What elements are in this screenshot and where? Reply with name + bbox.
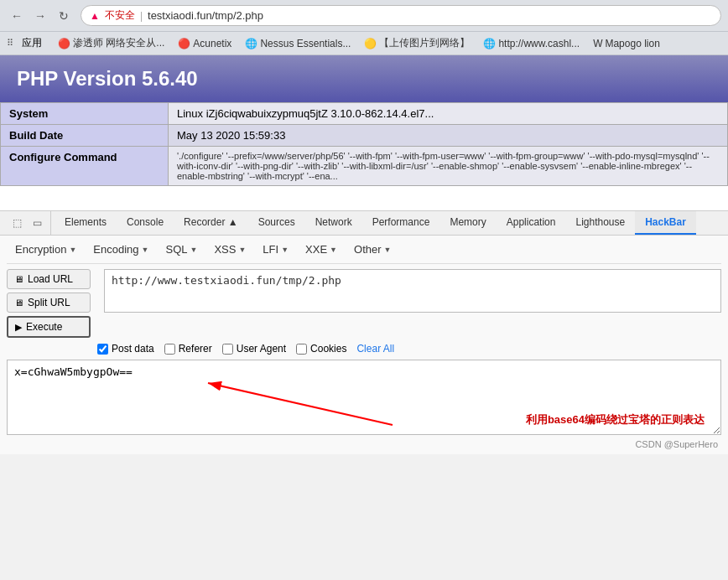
tab-network[interactable]: Network	[305, 211, 362, 235]
xxe-dropdown-arrow: ▼	[330, 246, 337, 254]
menu-lfi-label: LFI	[263, 243, 278, 256]
menu-encryption-label: Encryption	[15, 243, 66, 256]
address-bar[interactable]: ▲ 不安全 | testxiaodi.fun/tmp/2.php	[81, 5, 721, 26]
post-data-checkbox[interactable]	[97, 344, 108, 355]
nav-buttons: ← → ↻	[7, 6, 74, 26]
table-cell-value: May 13 2020 15:59:33	[169, 125, 728, 147]
bookmark-icon-2: 🔴	[178, 38, 190, 49]
tab-memory[interactable]: Memory	[439, 211, 496, 235]
user-agent-option[interactable]: User Agent	[222, 343, 286, 355]
table-cell-label: Configure Command	[1, 147, 169, 186]
devtools-icon-group: ⬚ ▭	[3, 211, 51, 235]
bookmarks-bar: ⠿ 应用 🔴 渗透师 网络安全从... 🔴 Acunetix 🌐 Nessus …	[0, 32, 728, 55]
hackbar-menu: Encryption ▼ Encoding ▼ SQL ▼ XSS ▼ LFI …	[7, 241, 721, 264]
security-label: 不安全	[105, 8, 135, 23]
tab-hackbar[interactable]: HackBar	[635, 211, 696, 235]
xss-dropdown-arrow: ▼	[238, 246, 246, 254]
forward-button[interactable]: →	[30, 6, 50, 26]
bookmark-6[interactable]: W Mapogo lion	[589, 36, 664, 51]
execute-icon: ▶	[15, 322, 22, 333]
csdn-watermark: CSDN @SuperHero	[7, 439, 721, 449]
bookmark-icon-3: 🌐	[245, 38, 257, 49]
clear-all-link[interactable]: Clear All	[356, 343, 394, 355]
bookmark-1[interactable]: 🔴 渗透师 网络安全从...	[54, 34, 169, 52]
table-cell-label: System	[1, 103, 169, 125]
referer-label: Referer	[179, 343, 212, 355]
encryption-dropdown-arrow: ▼	[69, 246, 76, 254]
back-button[interactable]: ←	[7, 6, 27, 26]
table-cell-label: Build Date	[1, 125, 169, 147]
tab-sources[interactable]: Sources	[248, 211, 305, 235]
devtools-tabs: ⬚ ▭ Elements Console Recorder ▲ Sources …	[0, 211, 728, 236]
load-url-button[interactable]: 🖥 Load URL	[7, 269, 91, 289]
load-url-icon: 🖥	[14, 274, 23, 284]
inspect-element-icon[interactable]: ⬚	[8, 215, 25, 231]
cookies-checkbox[interactable]	[296, 344, 307, 355]
tab-application[interactable]: Application	[497, 211, 566, 235]
menu-lfi[interactable]: LFI ▼	[254, 241, 297, 258]
cookies-option[interactable]: Cookies	[296, 343, 346, 355]
table-row: Build Date May 13 2020 15:59:33	[1, 125, 728, 147]
tab-console[interactable]: Console	[117, 211, 174, 235]
table-cell-value: Linux iZj6ciqwabuixzypmuq5jtZ 3.10.0-862…	[169, 103, 728, 125]
apps-label[interactable]: 应用	[22, 36, 42, 50]
bookmark-2[interactable]: 🔴 Acunetix	[174, 36, 236, 51]
bookmark-5[interactable]: 🌐 http://www.cashl...	[479, 36, 584, 51]
hackbar-left-buttons: 🖥 Load URL 🖥 Split URL ▶ Execute	[7, 269, 97, 338]
bookmark-3[interactable]: 🌐 Nessus Essentials...	[241, 36, 355, 51]
table-cell-value: './configure' '--prefix=/www/server/php/…	[169, 147, 728, 186]
php-version-title: PHP Version 5.6.40	[17, 67, 198, 90]
tab-lighthouse[interactable]: Lighthouse	[565, 211, 635, 235]
referer-checkbox[interactable]	[164, 344, 175, 355]
hackbar-actions-row: 🖥 Load URL 🖥 Split URL ▶ Execute	[7, 269, 721, 338]
sql-dropdown-arrow: ▼	[190, 246, 198, 254]
bookmark-icon-1: 🔴	[58, 38, 70, 49]
menu-encoding-label: Encoding	[93, 243, 138, 256]
hackbar-url-area	[104, 269, 721, 338]
user-agent-label: User Agent	[237, 343, 286, 355]
user-agent-checkbox[interactable]	[222, 344, 233, 355]
devtools-panel: ⬚ ▭ Elements Console Recorder ▲ Sources …	[0, 210, 728, 454]
menu-sql[interactable]: SQL ▼	[157, 241, 205, 258]
url-input[interactable]	[104, 269, 721, 313]
other-dropdown-arrow: ▼	[384, 246, 392, 254]
menu-encoding[interactable]: Encoding ▼	[85, 241, 157, 258]
post-data-option[interactable]: Post data	[97, 343, 154, 355]
cookies-label: Cookies	[310, 343, 346, 355]
tab-elements[interactable]: Elements	[55, 211, 117, 235]
browser-toolbar: ← → ↻ ▲ 不安全 | testxiaodi.fun/tmp/2.php	[0, 0, 728, 32]
table-row: System Linux iZj6ciqwabuixzypmuq5jtZ 3.1…	[1, 103, 728, 125]
post-data-container: 利用base64编码绕过宝塔的正则表达	[7, 360, 721, 438]
encoding-dropdown-arrow: ▼	[142, 246, 149, 254]
options-row: Post data Referer User Agent Cookies Cle…	[7, 343, 721, 355]
referer-option[interactable]: Referer	[164, 343, 212, 355]
split-url-label: Split URL	[28, 297, 70, 308]
load-url-label: Load URL	[28, 273, 73, 285]
bookmark-icon-4: 🟡	[364, 38, 377, 49]
device-toolbar-icon[interactable]: ▭	[29, 215, 45, 231]
menu-sql-label: SQL	[165, 243, 187, 256]
bookmark-4[interactable]: 🟡 【上传图片到网络】	[360, 34, 474, 52]
split-url-button[interactable]: 🖥 Split URL	[7, 293, 91, 313]
post-data-label: Post data	[112, 343, 154, 355]
menu-xss-label: XSS	[214, 243, 236, 256]
menu-encryption[interactable]: Encryption ▼	[7, 241, 85, 258]
execute-button[interactable]: ▶ Execute	[7, 316, 91, 338]
tab-performance[interactable]: Performance	[362, 211, 440, 235]
menu-other-label: Other	[354, 243, 382, 256]
url-display: testxiaodi.fun/tmp/2.php	[148, 9, 712, 22]
refresh-button[interactable]: ↻	[54, 6, 74, 26]
menu-xss[interactable]: XSS ▼	[205, 241, 254, 258]
split-url-icon: 🖥	[14, 298, 23, 308]
hackbar-panel: Encryption ▼ Encoding ▼ SQL ▼ XSS ▼ LFI …	[0, 236, 728, 454]
menu-other[interactable]: Other ▼	[346, 241, 399, 258]
lfi-dropdown-arrow: ▼	[281, 246, 289, 254]
menu-xxe[interactable]: XXE ▼	[297, 241, 346, 258]
table-row: Configure Command './configure' '--prefi…	[1, 147, 728, 186]
tab-recorder[interactable]: Recorder ▲	[174, 211, 248, 235]
page-content: PHP Version 5.6.40 System Linux iZj6ciqw…	[0, 55, 728, 210]
apps-grid-icon[interactable]: ⠿	[7, 38, 13, 49]
php-info-table: System Linux iZj6ciqwabuixzypmuq5jtZ 3.1…	[0, 102, 728, 186]
menu-xxe-label: XXE	[305, 243, 327, 256]
security-icon: ▲	[90, 10, 100, 22]
